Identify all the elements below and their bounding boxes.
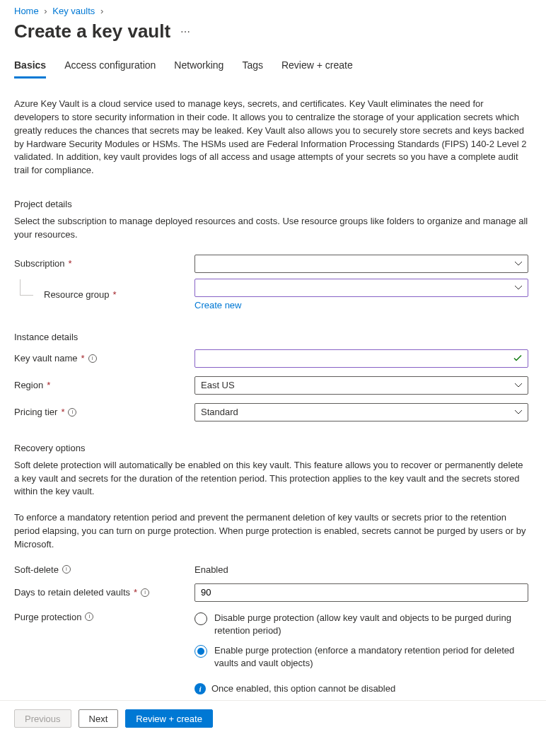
soft-delete-value: Enabled — [194, 564, 228, 575]
section-project-details-desc: Select the subscription to manage deploy… — [14, 215, 530, 242]
info-icon[interactable]: i — [62, 565, 71, 574]
soft-delete-label: Soft-delete i — [14, 564, 194, 575]
info-icon[interactable]: i — [141, 588, 149, 597]
section-instance-details-title: Instance details — [14, 332, 532, 342]
info-icon[interactable]: i — [68, 408, 76, 417]
chevron-down-icon — [515, 262, 522, 266]
pricing-tier-value: Standard — [201, 407, 238, 417]
section-recovery-options-title: Recovery options — [14, 443, 532, 453]
chevron-down-icon — [515, 286, 522, 290]
section-project-details-title: Project details — [14, 199, 532, 209]
pricing-tier-select[interactable]: Standard — [194, 403, 528, 421]
tab-review-create[interactable]: Review + create — [281, 55, 353, 78]
region-select[interactable]: East US — [194, 376, 528, 395]
review-create-button[interactable]: Review + create — [125, 709, 213, 728]
purge-enable-radio[interactable]: Enable purge protection (enforce a manda… — [194, 644, 528, 670]
chevron-down-icon — [515, 383, 522, 388]
next-button[interactable]: Next — [79, 709, 119, 728]
tabs: Basics Access configuration Networking T… — [14, 55, 532, 79]
check-icon — [513, 353, 522, 364]
purge-disable-radio[interactable]: Disable purge protection (allow key vaul… — [194, 612, 528, 637]
pricing-tier-label: Pricing tier* i — [14, 407, 194, 417]
info-icon: i — [194, 683, 206, 694]
intro-text: Azure Key Vault is a cloud service used … — [14, 98, 530, 178]
key-vault-name-label: Key vault name* i — [14, 353, 194, 364]
radio-icon — [194, 645, 207, 658]
region-value: East US — [201, 380, 235, 390]
days-retain-input[interactable] — [194, 583, 528, 602]
footer-bar: Previous Next Review + create — [0, 700, 546, 736]
subscription-label: Subscription* — [14, 258, 194, 269]
breadcrumb: Home › Key vaults › — [14, 6, 532, 16]
breadcrumb-home[interactable]: Home — [14, 6, 39, 16]
subscription-select[interactable] — [194, 255, 528, 273]
tab-networking[interactable]: Networking — [174, 55, 223, 78]
purge-note-row: i Once enabled, this option cannot be di… — [194, 683, 528, 694]
chevron-right-icon: › — [100, 6, 103, 16]
key-vault-name-input[interactable] — [194, 349, 528, 368]
resource-group-select[interactable] — [194, 279, 528, 297]
previous-button[interactable]: Previous — [14, 709, 71, 728]
create-new-link[interactable]: Create new — [194, 300, 241, 310]
radio-icon — [194, 612, 207, 625]
page-title: Create a key vault — [14, 21, 170, 42]
breadcrumb-keyvaults[interactable]: Key vaults — [52, 6, 95, 16]
purge-enable-label: Enable purge protection (enforce a manda… — [214, 644, 528, 670]
tab-basics[interactable]: Basics — [14, 55, 46, 78]
region-label: Region* — [14, 380, 194, 390]
chevron-right-icon: › — [44, 6, 47, 16]
recovery-desc-2: To enforce a mandatory retention period … — [14, 511, 530, 552]
tab-access-configuration[interactable]: Access configuration — [64, 55, 156, 78]
tab-tags[interactable]: Tags — [242, 55, 263, 78]
purge-protection-label: Purge protection i — [14, 612, 194, 622]
recovery-desc-1: Soft delete protection will automaticall… — [14, 459, 530, 499]
info-icon[interactable]: i — [85, 612, 93, 621]
more-icon[interactable]: ⋯ — [180, 26, 191, 37]
days-retain-label: Days to retain deleted vaults* i — [14, 587, 194, 598]
chevron-down-icon — [515, 410, 522, 414]
info-icon[interactable]: i — [88, 354, 97, 363]
purge-note-text: Once enabled, this option cannot be disa… — [211, 683, 395, 694]
resource-group-label: Resource group* — [14, 289, 194, 300]
purge-disable-label: Disable purge protection (allow key vaul… — [214, 612, 528, 637]
